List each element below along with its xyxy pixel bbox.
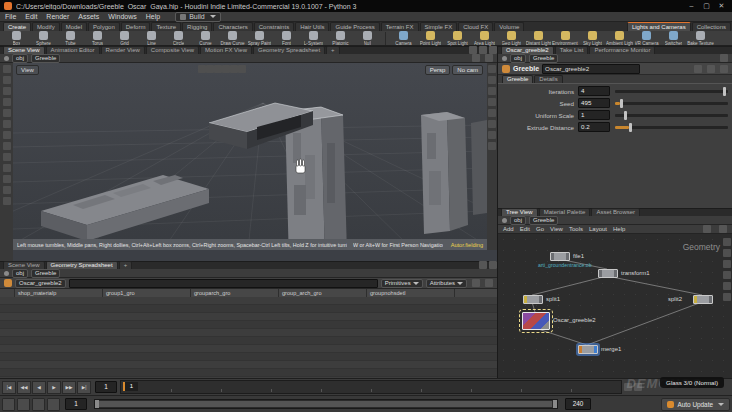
tab-geometry-spreadsheet-2[interactable]: Geometry Spreadsheet [46,261,118,269]
node-split1[interactable]: split1 [523,295,543,304]
tool-vr-camera[interactable]: VR Camera [633,31,660,46]
range-start-field[interactable]: 1 [65,398,87,410]
tool-point-light[interactable]: Point Light [417,31,444,46]
display-options-icon[interactable] [488,142,496,150]
tool-circle[interactable]: Circle [165,31,192,46]
menu-edit[interactable]: Edit [25,13,37,20]
range-handle-right[interactable] [553,400,557,408]
network-frame-icon[interactable] [723,249,731,257]
tool-environment-light[interactable]: Environment Light [552,31,579,46]
column-header-2[interactable]: grouparch_gro [191,289,279,297]
tool-bake-texture[interactable]: Bake Texture [687,31,714,46]
snap-icon[interactable] [703,225,711,233]
param-path-obj[interactable]: obj [510,54,526,63]
pane-split-icon[interactable] [479,46,487,54]
tool-curve[interactable]: Curve [192,31,219,46]
tool-area-light[interactable]: Area Light [471,31,498,46]
slider-handle[interactable] [723,87,726,96]
extrude-distance-field[interactable]: 0.2 [578,122,610,132]
menu-help[interactable]: Help [146,13,160,20]
tool-switcher[interactable]: Switcher [660,31,687,46]
tool-spot-light[interactable]: Spot Light [444,31,471,46]
pin-icon-3[interactable] [502,56,507,61]
iterations-slider[interactable] [615,90,728,93]
menu-render[interactable]: Render [46,13,69,20]
lighting-icon[interactable] [488,109,496,117]
scale-mode-icon[interactable] [222,65,230,73]
component-type-dropdown[interactable]: Primitives [381,279,423,288]
frame-view-icon[interactable] [488,76,496,84]
node-transform1[interactable]: transform1 [598,269,618,278]
translate-tool-icon[interactable] [3,87,11,95]
tab-motion-fx-view[interactable]: Motion FX View [200,46,252,54]
slider-handle[interactable] [620,99,623,108]
edit-tool-icon[interactable] [3,164,11,172]
move-mode-icon[interactable] [206,65,214,73]
tab-render-view[interactable]: Render View [101,46,145,54]
param-menu-icon[interactable] [720,65,728,73]
camera-select-icon[interactable] [472,54,480,62]
tab-geometry-spreadsheet[interactable]: Geometry Spreadsheet [253,46,325,54]
menu-windows[interactable]: Windows [108,13,136,20]
lock-icon[interactable] [694,65,702,73]
node-flag-left[interactable] [524,296,527,303]
tool-tube[interactable]: Tube [57,31,84,46]
snap-tool-icon[interactable] [3,131,11,139]
param-path-greeble[interactable]: Greeble [529,54,558,63]
path-obj[interactable]: obj [12,54,28,63]
group-select-icon[interactable] [238,65,246,73]
folder-tab-greeble[interactable]: Greeble [502,75,533,83]
grid-snap-icon[interactable] [719,225,727,233]
network-overview-icon[interactable] [723,238,731,246]
spreadsheet-path-greeble[interactable]: Greeble [31,269,60,278]
menu-assets[interactable]: Assets [78,13,99,20]
filter-icon[interactable] [472,279,480,287]
viewport-canvas[interactable] [13,63,487,250]
wireframe-icon[interactable] [488,98,496,106]
playback-options-icon[interactable] [2,398,15,411]
view-options-icon[interactable] [488,131,496,139]
uniform-scale-slider[interactable] [615,114,728,117]
tool-sky-light[interactable]: Sky Light [579,31,606,46]
tool-line[interactable]: Line [138,31,165,46]
pin-icon[interactable] [4,56,9,61]
network-color-icon[interactable] [723,260,731,268]
help-icon[interactable] [707,65,715,73]
playback-range-slider[interactable] [94,399,558,409]
rotate-mode-icon[interactable] [214,65,222,73]
network-path-greeble[interactable]: Greeble [529,216,558,225]
range-handle-left[interactable] [95,400,99,408]
new-tab-button-2[interactable]: + [119,261,133,269]
menu-file[interactable]: File [5,13,16,20]
slider-handle[interactable] [629,123,632,132]
network-menu-help[interactable]: Help [613,226,625,232]
iterations-field[interactable]: 4 [578,86,610,96]
node-flag-left[interactable] [551,253,554,260]
shading-mode-icon[interactable] [488,87,496,95]
scene-viewport[interactable]: View Persp No cam Left mouse tumbles, Mi… [0,63,497,261]
node-flag-left[interactable] [599,270,602,277]
spreadsheet-body[interactable] [0,297,497,378]
fast-rewind-button[interactable]: ◀◀ [17,381,31,394]
tool-ambient-light[interactable]: Ambient Light [606,31,633,46]
select-mode-icon[interactable] [198,65,206,73]
view-menu-button[interactable]: View [16,65,39,75]
tab-performance-monitor[interactable]: Performance Monitor [589,46,655,54]
tab-asset-browser[interactable]: Asset Browser [591,208,640,216]
network-shape-icon[interactable] [723,271,731,279]
grid-toggle-icon[interactable] [488,120,496,128]
node-flag-right[interactable] [709,296,712,303]
group-input[interactable] [69,279,378,288]
home-view-icon[interactable] [488,65,496,73]
play-button[interactable]: ▶ [47,381,61,394]
tool-draw-curve[interactable]: Draw Curve [219,31,246,46]
uniform-scale-field[interactable]: 1 [578,110,610,120]
node-split2[interactable]: split2 [693,295,713,304]
folder-tab-details[interactable]: Details [534,75,562,83]
node-flag-left[interactable] [579,346,582,353]
tool-spray-paint[interactable]: Spray Paint [246,31,273,46]
select-tool-icon[interactable] [3,76,11,84]
node-flag-right[interactable] [566,253,569,260]
gear-icon[interactable] [720,54,728,62]
network-options-icon[interactable] [723,293,731,301]
